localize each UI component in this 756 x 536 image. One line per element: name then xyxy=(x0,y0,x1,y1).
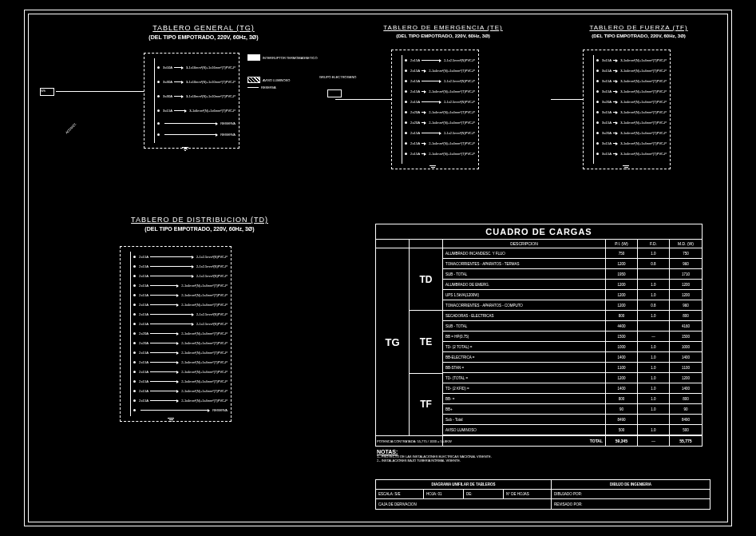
notes: NOTAS: 1.- PROYECTO DE LAS INSTALACIONES… xyxy=(377,449,600,463)
tf-box: 3x15A3-1x4mm²(N)+1x4mm²(T)PVC-P3x15A3-1x… xyxy=(583,50,671,169)
load-row: Sub - Total84908490 xyxy=(443,415,702,425)
circuit-C-13: 2x15A2-1x4mm²(N)+1x4mm²(T)PVC-P xyxy=(135,367,228,376)
circuit-C-15: 2x15A2-1x4mm²(N)+1x4mm²(T)PVC-P xyxy=(135,386,228,395)
load-row: BB = HP(0.75)1500—1500 xyxy=(443,332,702,342)
circuit-C-4: 2x15A2-1x4mm²(N)+1x4mm²(T)PVC-P xyxy=(406,86,475,97)
circuit-C-5: 2x15A2-1x2.5mm²(N)PVC-P xyxy=(406,97,475,107)
circuit-C-9: 2x15A2-1x4mm²(N)+1x4mm²(T)PVC-P xyxy=(406,138,475,149)
panel-tf-subtitle: (DEL TIPO EMPOTRADO, 220V, 60Hz, 3Ø) xyxy=(559,34,718,38)
load-row: TOMACORRIENTES - APARATOS - COMPUTO12000… xyxy=(443,300,702,311)
load-row: TD- (2 KFID) =14001.01400 xyxy=(443,383,702,394)
circuit-C-2: 3x30A3-1x10mm²(N)+1x10mm²(T)PVC-P xyxy=(159,74,236,89)
circuit-C-17: RESERVA xyxy=(135,405,228,415)
circuit-C-5: 3x20A3-1x4mm²(N)+1x4mm²(T)PVC-P xyxy=(598,97,667,107)
panel-td-title: TABLERO DE DISTRIBUCION (TD) xyxy=(80,216,319,224)
tg-legend: INTERRUPTOR TERMOMAGNETICO AVISO LUMINOS… xyxy=(247,54,318,92)
circuit-C-16: 2x15A2-1x4mm²(N)+1x4mm²(T)PVC-P xyxy=(135,395,228,405)
te-box: 2x15A2-1x2.5mm²(N)PVC-P2x15A2-1x4mm²(N)+… xyxy=(391,50,479,169)
load-row: UPS 1.5kVA(1200W)12001.01200 xyxy=(443,290,702,300)
load-row: BB-STAN =11001.01100 xyxy=(443,363,702,373)
circuit-C-11: 2x15A2-1x4mm²(N)+1x4mm²(T)PVC-P xyxy=(135,347,228,357)
circuit-C-1: 3x15A3-1x4mm²(N)+1x4mm²(T)PVC-P xyxy=(598,55,667,66)
load-row: BB-ELECTRICA =14001.01400 xyxy=(443,352,702,363)
circuit-C-2: 2x15A2-1x2.5mm²(N)PVC-P xyxy=(135,261,228,271)
panel-tf-title: TABLERO DE FUERZA (TF) xyxy=(559,24,718,31)
circuit-C-4: 3x15A3-1x6mm²(N)+1x6mm²(T)PVC-P xyxy=(159,103,236,117)
circuit-C-2: 2x15A2-1x4mm²(N)+1x4mm²(T)PVC-P xyxy=(406,66,475,76)
circuit-C-5: 2x15A2-1x4mm²(N)+1x4mm²(T)PVC-P xyxy=(135,290,228,300)
circuit-C-3: 3x15A3-1x4mm²(N)+1x4mm²(T)PVC-P xyxy=(598,76,667,86)
circuit-C-4: 2x15A2-1x4mm²(N)+1x4mm²(T)PVC-P xyxy=(135,280,228,290)
load-row: BB- =8001.0800 xyxy=(443,394,702,404)
load-table: CUADRO DE CARGAS DESCRIPCION P.I. (W) F.… xyxy=(375,224,703,447)
load-row: ALUMBRADO DE EMERG.12001.01200 xyxy=(443,280,702,290)
circuit-C-6: 3x15A3-1x4mm²(N)+1x4mm²(T)PVC-P xyxy=(598,107,667,117)
load-row: SECADORAS - ELECTRICAS8001.0800 xyxy=(443,311,702,321)
circuit-C-8: 3x20A3-1x4mm²(N)+1x4mm²(T)PVC-P xyxy=(598,128,667,138)
panel-tg: TABLERO GENERAL (TG) (DEL TIPO EMPOTRADO… xyxy=(88,24,319,158)
circuit-C-3: 2x15A2-1x2.5mm²(N)PVC-P xyxy=(135,271,228,280)
circuit-C-7: 3x15A3-1x4mm²(N)+1x4mm²(T)PVC-P xyxy=(598,117,667,128)
load-row: BB+901.090 xyxy=(443,404,702,415)
circuit-C-3: 2x15A2-1x2.5mm²(N)PVC-P xyxy=(406,76,475,86)
circuit-C-12: 2x15A2-1x4mm²(N)+1x4mm²(T)PVC-P xyxy=(135,357,228,367)
panel-tg-subtitle: (DEL TIPO EMPOTRADO, 220V, 60Hz, 3Ø) xyxy=(88,34,319,40)
panel-tf: TABLERO DE FUERZA (TF) (DEL TIPO EMPOTRA… xyxy=(559,24,718,171)
circuit-C-8: 2x15A2-1x2.5mm²(N)PVC-P xyxy=(135,319,228,328)
circuit-C-6: 2x15A2-1x4mm²(N)+1x4mm²(T)PVC-P xyxy=(135,300,228,309)
panel-td: TABLERO DE DISTRIBUCION (TD) (DEL TIPO E… xyxy=(80,216,319,423)
meter-block: Wh xyxy=(40,88,54,96)
circuit-C-2: 3x15A3-1x4mm²(N)+1x4mm²(T)PVC-P xyxy=(598,66,667,76)
circuit-C-1: 2x15A2-1x2.5mm²(N)PVC-P xyxy=(135,252,228,261)
load-row: ALUMBRADO INCANDESC. Y FLUO7501.0750 xyxy=(443,248,702,259)
circuit-C-10: 2x20A2-1x4mm²(N)+1x4mm²(T)PVC-P xyxy=(135,338,228,347)
panel-tg-title: TABLERO GENERAL (TG) xyxy=(88,24,319,32)
title-block: DIAGRAMA UNIFILAR DE TABLEROS DIBUJO DE … xyxy=(375,479,710,510)
circuit-C-9: 3x15A3-1x4mm²(N)+1x4mm²(T)PVC-P xyxy=(598,138,667,149)
contracted-power: POTENCIA CONTRATADA: 55,775 / 1000 = 55.… xyxy=(377,439,452,443)
load-row: TOMACORRIENTES - APARATOS - TERMAS12000.… xyxy=(443,259,702,269)
load-row: AVISO LUMINOSO5001.0500 xyxy=(443,425,702,435)
circuit-C-14: 2x15A2-1x4mm²(N)+1x4mm²(T)PVC-P xyxy=(135,376,228,386)
panel-td-subtitle: (DEL TIPO EMPOTRADO, 220V, 60Hz, 3Ø) xyxy=(80,226,319,232)
panel-te-title: TABLERO DE EMERGENCIA (TE) xyxy=(351,24,535,31)
circuit-C-1: 2x15A2-1x2.5mm²(N)PVC-P xyxy=(406,55,475,66)
td-box: 2x15A2-1x2.5mm²(N)PVC-P2x15A2-1x2.5mm²(N… xyxy=(120,246,232,422)
circuit-C-3: 3x30A3-1x10mm²(N)+1x10mm²(T)PVC-P xyxy=(159,89,236,103)
panel-te-subtitle: (DEL TIPO EMPOTRADO, 220V, 60Hz, 3Ø) xyxy=(351,34,535,38)
load-table-title: CUADRO DE CARGAS xyxy=(376,224,702,240)
circuit-C-9: 2x20A2-1x4mm²(N)+1x4mm²(T)PVC-P xyxy=(135,328,228,338)
circuit-C-1: 3x50A3-1x16mm²(N)+1x16mm²(T)PVC-P xyxy=(159,60,236,74)
circuit-C-10: 2x15A2-1x4mm²(N)+1x4mm²(T)PVC-P xyxy=(406,149,475,159)
circuit-C-7: 2x15A2-1x2.5mm²(N)PVC-P xyxy=(135,309,228,319)
circuit-C-4: 3x15A3-1x4mm²(N)+1x4mm²(T)PVC-P xyxy=(598,86,667,97)
circuit-C-6: 2x20A2-1x4mm²(N)+1x4mm²(T)PVC-P xyxy=(406,107,475,117)
circuit-C-8: 2x15A2-1x2.5mm²(N)PVC-P xyxy=(406,128,475,138)
circuit-C-10: 3x15A3-1x4mm²(N)+1x4mm²(T)PVC-P xyxy=(598,149,667,159)
load-row: SUB - TOTAL44004160 xyxy=(443,321,702,332)
load-row: TD- (2 TOTAL) =10001.01000 xyxy=(443,342,702,352)
circuit-C-7: 2x20A2-1x4mm²(N)+1x4mm²(T)PVC-P xyxy=(406,117,475,128)
load-row: SUB - TOTAL19501710 xyxy=(443,269,702,280)
tg-box: 3x50A3-1x16mm²(N)+1x16mm²(T)PVC-P3x30A3-… xyxy=(144,53,239,149)
load-row: TD- (TOTAL =12001.01200 xyxy=(443,373,702,383)
panel-te: TABLERO DE EMERGENCIA (TE) (DEL TIPO EMP… xyxy=(351,24,535,171)
load-table-header: DESCRIPCION P.I. (W) F.D. M.D. (W) xyxy=(376,240,702,248)
load-table-body: TG TDTETF ALUMBRADO INCANDESC. Y FLUO750… xyxy=(376,248,702,435)
